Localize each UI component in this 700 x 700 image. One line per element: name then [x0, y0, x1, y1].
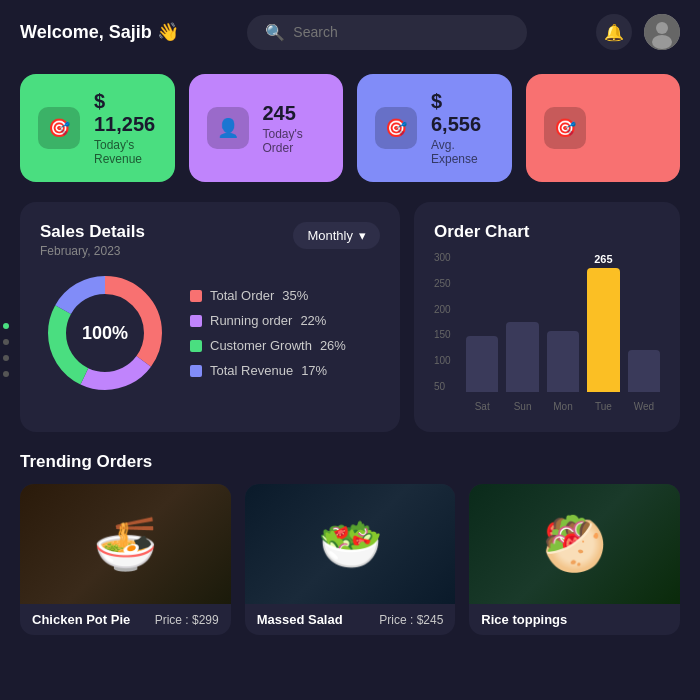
trending-card-info-2: Rice toppings: [469, 604, 680, 635]
sidebar-dot: [3, 323, 9, 329]
trending-card-0[interactable]: 🍜Chicken Pot PiePrice : $299: [20, 484, 231, 635]
stat-value-orders: 245: [263, 102, 326, 125]
x-label-mon: Mon: [547, 401, 579, 412]
legend-percent-1: 22%: [300, 313, 326, 328]
stat-label-expense: Avg. Expense: [431, 138, 494, 166]
legend-dot-3: [190, 365, 202, 377]
legend-item-3: Total Revenue 17%: [190, 363, 346, 378]
sidebar-dot: [3, 339, 9, 345]
x-axis: SatSunMonTueWed: [466, 401, 660, 412]
legend-items: Total Order 35% Running order 22% Custom…: [190, 288, 346, 378]
legend-dot-2: [190, 340, 202, 352]
bar-group-wed: [628, 252, 660, 392]
trending-card-2[interactable]: 🥙Rice toppings: [469, 484, 680, 635]
stat-info-expense: $ 6,556 Avg. Expense: [431, 90, 494, 166]
y-label-250: 250: [434, 278, 462, 289]
legend-percent-2: 26%: [320, 338, 346, 353]
sales-details-panel: Sales Details February, 2023 Monthly ▾: [20, 202, 400, 432]
x-label-wed: Wed: [628, 401, 660, 412]
stat-card-orders[interactable]: 👤 245 Today's Order: [189, 74, 344, 182]
search-icon: 🔍: [265, 23, 285, 42]
trending-cards: 🍜Chicken Pot PiePrice : $299🥗Massed Sala…: [20, 484, 680, 635]
bell-icon[interactable]: 🔔: [596, 14, 632, 50]
y-label-300: 300: [434, 252, 462, 263]
legend-dot-1: [190, 315, 202, 327]
legend-percent-0: 35%: [282, 288, 308, 303]
stat-value-revenue: $ 11,256: [94, 90, 157, 136]
stat-icon-extra: 🎯: [544, 107, 586, 149]
trending-card-name-0: Chicken Pot Pie: [32, 612, 130, 627]
trending-card-1[interactable]: 🥗Massed SaladPrice : $245: [245, 484, 456, 635]
chart-area: 300 250 200 150 100 50 265 SatSunMonTueW…: [434, 252, 660, 412]
legend-percent-3: 17%: [301, 363, 327, 378]
y-label-200: 200: [434, 304, 462, 315]
sidebar-dot: [3, 371, 9, 377]
avatar[interactable]: [644, 14, 680, 50]
sales-title: Sales Details: [40, 222, 145, 242]
header: Welcome, Sajib 👋 🔍 🔔: [0, 0, 700, 64]
trending-card-name-2: Rice toppings: [481, 612, 567, 627]
donut-center-label: 100%: [82, 323, 128, 344]
trending-card-image-0: 🍜: [20, 484, 231, 604]
stat-icon-orders: 👤: [207, 107, 249, 149]
donut-legend-container: 100% Total Order 35% Running order 22% C…: [40, 268, 380, 398]
y-label-100: 100: [434, 355, 462, 366]
bar-mon: [547, 331, 579, 392]
trending-section: Trending Orders 🍜Chicken Pot PiePrice : …: [0, 442, 700, 645]
search-input[interactable]: [293, 24, 509, 40]
sales-header: Sales Details February, 2023 Monthly ▾: [40, 222, 380, 258]
bar-tue: [587, 268, 619, 392]
sales-subtitle: February, 2023: [40, 244, 145, 258]
donut-chart: 100%: [40, 268, 170, 398]
trending-card-price-0: Price : $299: [155, 613, 219, 627]
legend-item-1: Running order 22%: [190, 313, 346, 328]
x-label-sun: Sun: [506, 401, 538, 412]
bar-group-sun: [506, 252, 538, 392]
order-chart-title: Order Chart: [434, 222, 660, 242]
legend-dot-0: [190, 290, 202, 302]
y-label-50: 50: [434, 381, 462, 392]
stat-info-orders: 245 Today's Order: [263, 102, 326, 155]
sales-title-block: Sales Details February, 2023: [40, 222, 145, 258]
stat-card-extra[interactable]: 🎯: [526, 74, 681, 182]
trending-card-image-2: 🥙: [469, 484, 680, 604]
stat-label-orders: Today's Order: [263, 127, 326, 155]
bar-value-tue: 265: [594, 253, 612, 265]
y-label-150: 150: [434, 329, 462, 340]
stat-icon-expense: 🎯: [375, 107, 417, 149]
bar-group-sat: [466, 252, 498, 392]
chevron-down-icon: ▾: [359, 228, 366, 243]
legend-label-1: Running order: [210, 313, 292, 328]
trending-card-info-1: Massed SaladPrice : $245: [245, 604, 456, 635]
stat-card-expense[interactable]: 🎯 $ 6,556 Avg. Expense: [357, 74, 512, 182]
legend-item-0: Total Order 35%: [190, 288, 346, 303]
svg-point-1: [656, 22, 668, 34]
bar-group-tue: 265: [587, 252, 619, 392]
stat-value-expense: $ 6,556: [431, 90, 494, 136]
trending-card-image-1: 🥗: [245, 484, 456, 604]
bar-sun: [506, 322, 538, 392]
svg-point-2: [652, 35, 672, 49]
legend-label-3: Total Revenue: [210, 363, 293, 378]
trending-card-info-0: Chicken Pot PiePrice : $299: [20, 604, 231, 635]
bar-wed: [628, 350, 660, 392]
stat-info-revenue: $ 11,256 Today's Revenue: [94, 90, 157, 166]
stat-card-revenue[interactable]: 🎯 $ 11,256 Today's Revenue: [20, 74, 175, 182]
legend-label-0: Total Order: [210, 288, 274, 303]
monthly-select-button[interactable]: Monthly ▾: [293, 222, 380, 249]
bars-area: 265: [466, 252, 660, 392]
trending-card-price-1: Price : $245: [379, 613, 443, 627]
welcome-text: Welcome, Sajib 👋: [20, 21, 179, 43]
y-axis: 300 250 200 150 100 50: [434, 252, 462, 392]
legend-item-2: Customer Growth 26%: [190, 338, 346, 353]
legend-label-2: Customer Growth: [210, 338, 312, 353]
trending-title: Trending Orders: [20, 452, 680, 472]
sidebar-strip: [0, 313, 12, 387]
x-label-sat: Sat: [466, 401, 498, 412]
search-bar[interactable]: 🔍: [247, 15, 527, 50]
stat-icon-revenue: 🎯: [38, 107, 80, 149]
sidebar-dot: [3, 355, 9, 361]
x-label-tue: Tue: [587, 401, 619, 412]
stats-row: 🎯 $ 11,256 Today's Revenue 👤 245 Today's…: [0, 64, 700, 192]
header-icons: 🔔: [596, 14, 680, 50]
